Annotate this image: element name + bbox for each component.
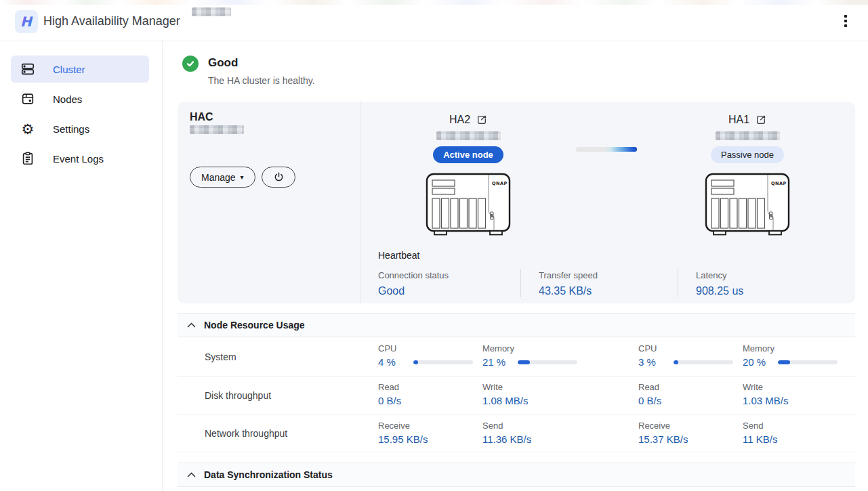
cluster-name: HAC <box>190 111 213 123</box>
kebab-menu-icon[interactable] <box>839 12 852 30</box>
metric-value: 15.95 KB/s <box>378 433 428 445</box>
blurred-node-ip <box>436 131 501 140</box>
node-ha1: HA1 Passive node <box>666 102 829 236</box>
metric-send: Send 11.36 KB/s <box>482 421 531 445</box>
sidebar-item-label: Cluster <box>53 64 85 75</box>
chevron-up-icon[interactable] <box>187 322 196 328</box>
metric-label: Memory <box>482 343 577 354</box>
manage-button-label: Manage <box>201 172 236 183</box>
row-label: System <box>205 351 236 362</box>
metric-receive: Receive 15.37 KB/s <box>638 421 688 445</box>
metric-value: 0 B/s <box>638 395 664 406</box>
metric-value: 20 % <box>743 356 768 368</box>
metric-label: Connection status <box>378 270 520 280</box>
status-check-icon <box>182 56 199 72</box>
power-button[interactable] <box>262 167 295 188</box>
cluster-card: HAC Manage ▾ HA2 Active node <box>178 102 855 303</box>
resource-usage-table: System CPU 4 % Memory 21 % CPU 3 % Memor… <box>178 338 855 452</box>
heartbeat-direction-bar <box>576 147 637 152</box>
table-row-network-throughput: Network throughput Receive 15.95 KB/s Se… <box>178 415 855 452</box>
sidebar-item-settings[interactable]: ⚙ Settings <box>11 115 149 142</box>
manage-button[interactable]: Manage ▾ <box>190 167 255 188</box>
sidebar-item-cluster[interactable]: Cluster <box>11 56 149 83</box>
metric-send: Send 11 KB/s <box>743 421 777 445</box>
metric-label: CPU <box>638 343 733 354</box>
app-title: High Availability Manager <box>43 14 180 28</box>
metric-value: 43.35 KB/s <box>539 285 678 297</box>
cluster-health-status: Good <box>208 56 238 70</box>
node-name: HA1 <box>728 114 749 126</box>
edit-node-name-icon[interactable] <box>476 114 487 125</box>
metric-label: Send <box>743 421 777 431</box>
sidebar: Cluster Nodes ⚙ Settings Event Logs « <box>0 41 163 491</box>
metric-value: 1.03 MB/s <box>743 395 789 406</box>
usage-bar <box>674 360 733 364</box>
heartbeat-latency: Latency 908.25 us <box>678 269 839 297</box>
node-role-badge: Active node <box>433 146 503 163</box>
node-resource-usage-header[interactable]: Node Resource Usage <box>178 313 855 337</box>
chevron-up-icon[interactable] <box>187 472 196 477</box>
heartbeat-transfer-speed: Transfer speed 43.35 KB/s <box>520 269 678 297</box>
nas-device-icon <box>20 91 35 106</box>
metric-value: 21 % <box>482 356 508 368</box>
edit-node-name-icon[interactable] <box>756 114 766 125</box>
section-title: Node Resource Usage <box>204 320 305 330</box>
metric-value: 11.36 KB/s <box>482 433 531 445</box>
node-name: HA2 <box>449 114 470 126</box>
metric-label: Write <box>743 382 789 392</box>
metric-value: 1.08 MB/s <box>482 395 529 406</box>
cluster-health-description: The HA cluster is healthy. <box>208 75 315 86</box>
metric-write: Write 1.08 MB/s <box>482 382 529 406</box>
caret-down-icon: ▾ <box>241 174 244 181</box>
nas-device-image: QNAP <box>387 172 550 236</box>
node-role-badge: Passive node <box>711 146 784 163</box>
metric-memory: Memory 21 % <box>482 343 577 368</box>
blurred-text <box>192 7 231 16</box>
data-sync-status-header[interactable]: Data Synchronization Status <box>178 463 855 487</box>
blurred-node-ip <box>716 131 780 140</box>
ha-manager-logo-icon: H <box>18 14 35 30</box>
event-log-icon <box>20 151 35 166</box>
metric-value: 0 B/s <box>378 395 404 406</box>
heartbeat-section: Heartbeat Connection status Good Transfe… <box>378 250 846 297</box>
metric-label: Read <box>638 382 664 392</box>
metric-value: 3 % <box>638 356 664 368</box>
metric-label: Memory <box>743 343 838 354</box>
table-row-system: System CPU 4 % Memory 21 % CPU 3 % Memor… <box>178 338 855 377</box>
blurred-browser-tab-strip <box>0 0 868 5</box>
node-ha2: HA2 Active node <box>387 102 550 236</box>
metric-read: Read 0 B/s <box>638 382 664 406</box>
metric-cpu: CPU 3 % <box>638 343 733 368</box>
server-stack-icon <box>20 62 35 77</box>
app-logo: H <box>15 10 38 33</box>
sidebar-item-label: Settings <box>53 123 89 135</box>
usage-bar <box>518 360 577 364</box>
metric-label: Transfer speed <box>539 270 678 280</box>
table-row-disk-throughput: Disk throughput Read 0 B/s Write 1.08 MB… <box>178 377 855 415</box>
top-bar: H High Availability Manager <box>0 0 868 41</box>
svg-text:QNAP: QNAP <box>492 181 508 186</box>
metric-label: Receive <box>378 421 428 431</box>
metric-label: Receive <box>638 421 688 431</box>
row-label: Network throughput <box>205 428 287 439</box>
svg-text:H: H <box>20 14 33 30</box>
metric-write: Write 1.03 MB/s <box>743 382 789 406</box>
row-label: Disk throughput <box>205 390 271 401</box>
metric-value: 4 % <box>378 356 404 368</box>
metric-value: 908.25 us <box>696 285 839 297</box>
sidebar-item-label: Event Logs <box>53 153 104 165</box>
sidebar-item-nodes[interactable]: Nodes <box>11 85 149 112</box>
power-icon <box>273 171 285 183</box>
metric-read: Read 0 B/s <box>378 382 404 406</box>
metric-label: CPU <box>378 343 473 354</box>
metric-label: Write <box>482 382 529 392</box>
metric-receive: Receive 15.95 KB/s <box>378 421 428 445</box>
metric-value: 11 KB/s <box>743 433 777 445</box>
sidebar-item-label: Nodes <box>53 93 82 105</box>
metric-value: 15.37 KB/s <box>638 433 688 445</box>
gear-icon: ⚙ <box>20 121 35 136</box>
metric-label: Send <box>482 421 531 431</box>
blurred-cluster-ip <box>190 125 244 134</box>
sidebar-item-event-logs[interactable]: Event Logs <box>11 145 149 172</box>
metric-memory: Memory 20 % <box>743 343 838 368</box>
